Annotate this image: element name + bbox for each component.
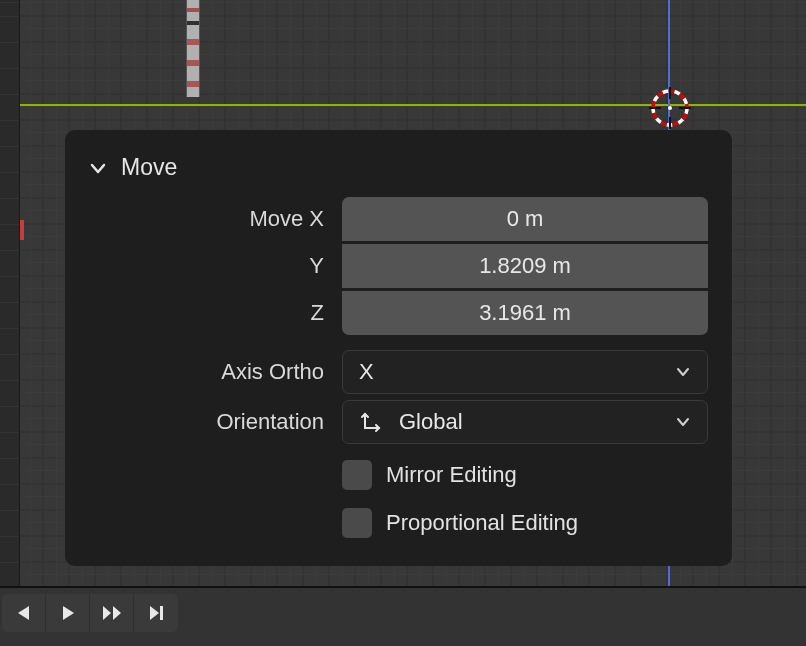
svg-rect-14 xyxy=(160,606,163,620)
move-y-field[interactable]: 1.8209 m xyxy=(342,244,708,288)
svg-marker-10 xyxy=(63,606,74,620)
left-gutter-grid xyxy=(0,0,19,586)
svg-marker-13 xyxy=(150,606,159,620)
orientation-axes-icon xyxy=(359,410,383,434)
playback-controls xyxy=(2,594,178,632)
axis-y-line xyxy=(20,104,806,106)
move-y-label: Y xyxy=(89,253,342,279)
orientation-label: Orientation xyxy=(89,409,342,435)
axis-ortho-label: Axis Ortho xyxy=(89,359,342,385)
move-z-label: Z xyxy=(89,300,342,326)
play-reverse-button[interactable] xyxy=(2,594,46,632)
jump-to-end-button[interactable] xyxy=(134,594,178,632)
jump-keyframe-button[interactable] xyxy=(90,594,134,632)
svg-marker-12 xyxy=(113,606,121,620)
axis-ortho-value: X xyxy=(359,359,675,385)
chevron-down-icon xyxy=(675,364,691,380)
proportional-editing-label[interactable]: Proportional Editing xyxy=(386,510,578,536)
chevron-down-icon xyxy=(89,159,107,177)
timeline-bar xyxy=(0,586,806,646)
move-x-field[interactable]: 0 m xyxy=(342,197,708,241)
play-button[interactable] xyxy=(46,594,90,632)
mesh-object[interactable] xyxy=(186,0,200,97)
move-z-field[interactable]: 3.1961 m xyxy=(342,291,708,335)
panel-header[interactable]: Move xyxy=(89,144,708,197)
svg-marker-11 xyxy=(103,606,111,620)
axis-ortho-dropdown[interactable]: X xyxy=(342,350,708,394)
mirror-editing-checkbox[interactable] xyxy=(342,460,372,490)
mirror-editing-label[interactable]: Mirror Editing xyxy=(386,462,517,488)
operator-panel-move: Move Move X 0 m Y 1.8209 m Z 3.1961 m Ax… xyxy=(65,130,732,566)
viewport-3d[interactable]: Move Move X 0 m Y 1.8209 m Z 3.1961 m Ax… xyxy=(20,0,806,586)
axis-x-edge xyxy=(20,220,24,240)
orientation-dropdown[interactable]: Global xyxy=(342,400,708,444)
orientation-value: Global xyxy=(399,409,675,435)
panel-title: Move xyxy=(121,154,177,181)
proportional-editing-checkbox[interactable] xyxy=(342,508,372,538)
svg-marker-9 xyxy=(18,606,29,620)
left-gutter xyxy=(0,0,20,586)
chevron-down-icon xyxy=(675,414,691,430)
move-x-label: Move X xyxy=(89,206,342,232)
